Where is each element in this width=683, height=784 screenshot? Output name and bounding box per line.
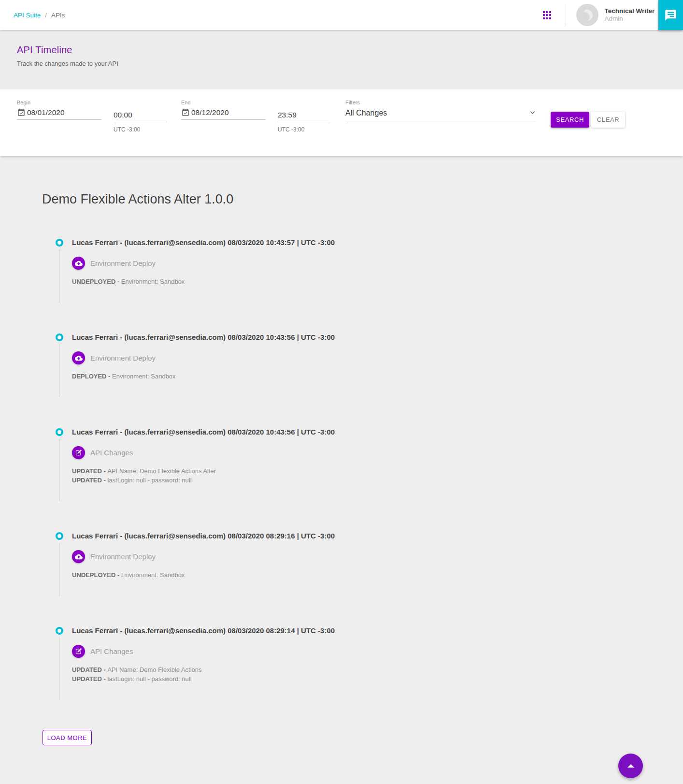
begin-timezone: UTC -3:00 — [114, 126, 167, 133]
entry-details: UPDATED - API Name: Demo Flexible Action… — [72, 665, 683, 683]
clear-button[interactable]: CLEAR — [591, 112, 625, 128]
timeline-list: Lucas Ferrari - (lucas.ferrari@sensedia.… — [59, 238, 683, 730]
entry-details: UPDATED - API Name: Demo Flexible Action… — [72, 466, 683, 485]
entry-details: UNDEPLOYED - Environment: Sandbox — [72, 277, 683, 286]
scroll-top-fab[interactable] — [618, 754, 643, 778]
filter-bar: Begin UTC -3:00 End UTC -3:00 Filters — [0, 89, 683, 156]
entry-type-row: API Changes — [72, 645, 683, 658]
timeline-section: Demo Flexible Actions Alter 1.0.0 Lucas … — [0, 156, 683, 745]
hero-section: API Timeline Track the changes made to y… — [0, 30, 683, 89]
calendar-check-icon[interactable] — [181, 108, 190, 117]
begin-time-input[interactable] — [114, 111, 167, 119]
breadcrumb-separator: / — [45, 12, 47, 19]
entry-detail-line: UNDEPLOYED - Environment: Sandbox — [72, 570, 683, 580]
entry-header: Lucas Ferrari - (lucas.ferrari@sensedia.… — [72, 531, 683, 541]
timeline-item: Lucas Ferrari - (lucas.ferrari@sensedia.… — [59, 238, 683, 333]
entry-type-row: Environment Deploy — [72, 351, 683, 364]
load-more-button[interactable]: LOAD MORE — [43, 730, 92, 745]
entry-detail-line: UPDATED - API Name: Demo Flexible Action… — [72, 665, 683, 674]
timeline-bullet-icon — [56, 334, 63, 341]
begin-time-group: UTC -3:00 — [114, 100, 167, 133]
entry-header: Lucas Ferrari - (lucas.ferrari@sensedia.… — [72, 626, 683, 636]
timeline-item: Lucas Ferrari - (lucas.ferrari@sensedia.… — [59, 427, 683, 531]
entry-detail-line: UNDEPLOYED - Environment: Sandbox — [72, 277, 683, 286]
end-time-group: UTC -3:00 — [278, 100, 331, 133]
entry-type-label: API Changes — [90, 647, 133, 655]
begin-label: Begin — [17, 100, 101, 105]
entry-detail-line: DEPLOYED - Environment: Sandbox — [72, 372, 683, 381]
breadcrumb-link-api-suite[interactable]: API Suite — [14, 12, 41, 19]
sensedia-logo-icon — [576, 4, 598, 26]
cloud-upload-icon — [72, 257, 85, 270]
end-timezone: UTC -3:00 — [278, 126, 331, 133]
entry-details: UNDEPLOYED - Environment: Sandbox — [72, 570, 683, 580]
edit-icon — [72, 645, 85, 658]
entry-type-label: Environment Deploy — [90, 259, 156, 267]
cloud-upload-icon — [72, 351, 85, 364]
end-date-input[interactable] — [191, 108, 266, 117]
entry-details: DEPLOYED - Environment: Sandbox — [72, 372, 683, 381]
entry-type-row: API Changes — [72, 446, 683, 459]
filters-select[interactable]: All Changes — [345, 105, 536, 121]
chat-button[interactable] — [658, 0, 683, 30]
edit-icon — [72, 446, 85, 459]
timeline-bullet-icon — [56, 428, 63, 436]
filters-label: Filters — [345, 100, 536, 105]
timeline-bullet-icon — [56, 627, 63, 635]
calendar-check-icon[interactable] — [17, 108, 26, 117]
user-block: Technical Writer Admin — [605, 7, 667, 23]
end-label: End — [181, 100, 266, 105]
entry-detail-line: UPDATED - API Name: Demo Flexible Action… — [72, 466, 683, 476]
header-divider — [566, 4, 566, 26]
timeline-item: Lucas Ferrari - (lucas.ferrari@sensedia.… — [59, 333, 683, 427]
arrow-up-icon — [627, 764, 634, 768]
timeline-item: Lucas Ferrari - (lucas.ferrari@sensedia.… — [59, 626, 683, 730]
entry-type-label: Environment Deploy — [90, 354, 156, 362]
breadcrumb: API Suite / APIs — [14, 12, 65, 19]
filters-select-group: Filters All Changes — [345, 100, 536, 121]
app-header: API Suite / APIs Technical Writer Admin — [0, 0, 683, 30]
entry-type-row: Environment Deploy — [72, 550, 683, 563]
user-name: Technical Writer — [605, 7, 667, 15]
user-role: Admin — [605, 15, 667, 23]
avatar[interactable] — [576, 4, 598, 26]
page-title: API Timeline — [17, 44, 683, 56]
search-button[interactable]: SEARCH — [551, 112, 589, 128]
timeline-item: Lucas Ferrari - (lucas.ferrari@sensedia.… — [59, 531, 683, 626]
cloud-upload-icon — [72, 550, 85, 563]
end-date-group: End — [181, 100, 266, 120]
breadcrumb-current: APIs — [51, 12, 65, 19]
begin-date-group: Begin — [17, 100, 101, 120]
end-time-input[interactable] — [278, 111, 331, 119]
chevron-down-icon — [529, 109, 536, 118]
begin-date-input[interactable] — [27, 108, 101, 117]
timeline-bullet-icon — [56, 532, 63, 540]
entry-type-row: Environment Deploy — [72, 257, 683, 270]
entry-header: Lucas Ferrari - (lucas.ferrari@sensedia.… — [72, 238, 683, 247]
timeline-bullet-icon — [56, 239, 63, 247]
filters-select-value: All Changes — [345, 109, 387, 117]
page-subtitle: Track the changes made to your API — [17, 60, 683, 67]
entry-detail-line: UPDATED - lastLogin: null - password: nu… — [72, 476, 683, 485]
entry-header: Lucas Ferrari - (lucas.ferrari@sensedia.… — [72, 333, 683, 342]
chat-icon — [664, 9, 677, 22]
api-title: Demo Flexible Actions Alter 1.0.0 — [42, 191, 683, 207]
apps-grid-icon[interactable] — [543, 11, 551, 19]
entry-type-label: Environment Deploy — [90, 552, 156, 561]
entry-type-label: API Changes — [90, 449, 133, 457]
entry-header: Lucas Ferrari - (lucas.ferrari@sensedia.… — [72, 427, 683, 437]
entry-detail-line: UPDATED - lastLogin: null - password: nu… — [72, 674, 683, 683]
